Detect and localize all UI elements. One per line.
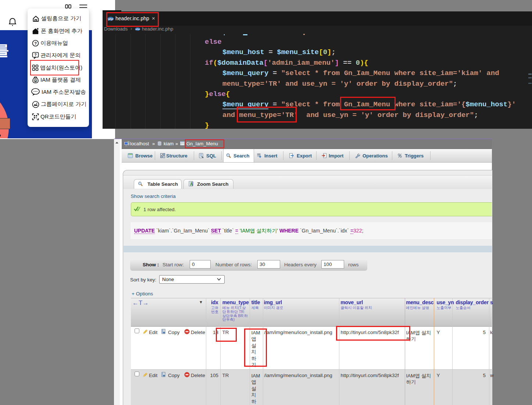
svg-text:s: s bbox=[35, 79, 36, 82]
svg-text:?: ? bbox=[34, 53, 36, 57]
svg-text:?: ? bbox=[34, 41, 37, 46]
svg-text:php: php bbox=[135, 28, 140, 30]
